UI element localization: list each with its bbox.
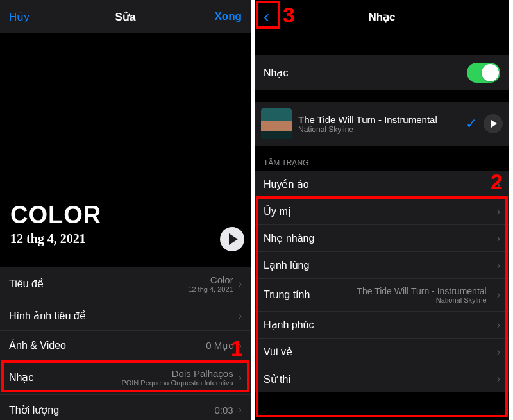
- row-value-sub: 12 thg 4, 2021: [188, 285, 233, 293]
- play-icon: [229, 233, 238, 245]
- mood-label: Hạnh phúc: [264, 319, 314, 331]
- toggle-label: Nhạc: [264, 67, 288, 79]
- chevron-right-icon: ›: [497, 346, 500, 358]
- mood-row[interactable]: Vui vẻ›: [255, 339, 509, 365]
- row-value-sub: POIN Pequena Orquestra Interativa: [121, 379, 233, 387]
- annotation-number-3: 3: [283, 3, 295, 28]
- preview-title: COLOR: [10, 201, 240, 229]
- chevron-right-icon: ›: [497, 233, 500, 244]
- chevron-right-icon: ›: [239, 372, 242, 383]
- chevron-right-icon: ›: [239, 404, 242, 416]
- mood-label: Ủy mị: [264, 205, 290, 217]
- music-toggle-group: Nhạc: [255, 55, 509, 90]
- done-button[interactable]: Xong: [215, 10, 242, 23]
- music-screen: ‹ Nhạc Nhạc The Tide Will Turn - Instrum…: [255, 0, 509, 420]
- row-label: Ảnh & Video: [9, 339, 66, 351]
- memory-preview: COLOR 12 thg 4, 2021: [0, 33, 251, 258]
- mood-row[interactable]: Huyền ảo›: [255, 171, 509, 198]
- cancel-button[interactable]: Hủy: [9, 10, 29, 24]
- mood-label: Vui vẻ: [264, 346, 292, 358]
- music-toggle[interactable]: [467, 63, 500, 83]
- track-artist: National Skyline: [298, 125, 459, 134]
- row-value: Dois Palhaços POIN Pequena Orquestra Int…: [40, 368, 233, 387]
- row-value-text: Color: [210, 274, 233, 285]
- checkmark-icon: ✓: [466, 115, 477, 132]
- mood-list: Huyền ảo›Ủy mị›Nhẹ nhàng›Lạnh lùng›Trung…: [255, 171, 509, 392]
- play-button[interactable]: [220, 227, 244, 251]
- mood-row[interactable]: Nhẹ nhàng›: [255, 225, 509, 252]
- mood-label: Sử thi: [264, 373, 290, 385]
- row-music-toggle[interactable]: Nhạc: [255, 55, 509, 90]
- row-value: 0:03: [65, 405, 233, 416]
- album-art: [261, 108, 292, 139]
- settings-list: Tiêu đề Color 12 thg 4, 2021 › Hình ảnh …: [0, 267, 251, 420]
- mood-row[interactable]: Hạnh phúc›: [255, 312, 509, 339]
- back-button[interactable]: ‹: [264, 8, 269, 26]
- current-track-row[interactable]: The Tide Will Turn - Instrumental Nation…: [255, 102, 509, 146]
- section-header-mood: TÂM TRẠNG: [255, 146, 509, 171]
- mood-label: Lạnh lùng: [264, 259, 309, 271]
- row-value: 0 Mục: [72, 340, 233, 351]
- nav-bar: Hủy Sửa Xong: [0, 0, 251, 33]
- annotation-number-2: 2: [491, 169, 503, 194]
- chevron-right-icon: ›: [497, 373, 500, 385]
- mood-row[interactable]: Lạnh lùng›: [255, 252, 509, 279]
- row-cover-image[interactable]: Hình ảnh tiêu đề ›: [0, 301, 251, 331]
- row-label: Thời lượng: [9, 404, 59, 416]
- row-title[interactable]: Tiêu đề Color 12 thg 4, 2021 ›: [0, 267, 251, 301]
- row-value: Color 12 thg 4, 2021: [50, 274, 233, 293]
- mood-label: Trung tính: [264, 289, 310, 301]
- chevron-right-icon: ›: [497, 260, 500, 271]
- track-title: The Tide Will Turn - Instrumental: [298, 114, 459, 125]
- track-play-button[interactable]: [484, 114, 503, 133]
- row-media[interactable]: Ảnh & Video 0 Mục ›: [0, 331, 251, 360]
- mood-row[interactable]: Sử thi›: [255, 365, 509, 392]
- row-value-text: Dois Palhaços: [172, 368, 233, 379]
- row-duration[interactable]: Thời lượng 0:03 ›: [0, 395, 251, 420]
- chevron-right-icon: ›: [497, 319, 500, 331]
- mood-row[interactable]: Ủy mị›: [255, 198, 509, 225]
- mood-detail: The Tide Will Turn - InstrumentalNationa…: [315, 286, 486, 304]
- mood-label: Nhẹ nhàng: [264, 232, 314, 244]
- track-text: The Tide Will Turn - Instrumental Nation…: [298, 114, 459, 134]
- row-label: Nhạc: [9, 371, 33, 383]
- chevron-right-icon: ›: [239, 310, 242, 322]
- play-icon: [491, 120, 497, 128]
- annotation-number-1: 1: [231, 336, 243, 361]
- chevron-right-icon: ›: [239, 278, 242, 290]
- mood-label: Huyền ảo: [264, 178, 309, 190]
- chevron-right-icon: ›: [497, 206, 500, 217]
- chevron-right-icon: ›: [497, 289, 500, 301]
- row-label: Hình ảnh tiêu đề: [9, 310, 86, 322]
- preview-date: 12 thg 4, 2021: [10, 231, 240, 246]
- mood-row[interactable]: Trung tínhThe Tide Will Turn - Instrumen…: [255, 279, 509, 312]
- nav-title: Sửa: [0, 10, 251, 24]
- toggle-knob: [482, 64, 499, 81]
- current-track-group: The Tide Will Turn - Instrumental Nation…: [255, 102, 509, 146]
- row-music[interactable]: Nhạc Dois Palhaços POIN Pequena Orquestr…: [0, 360, 251, 395]
- edit-screen: Hủy Sửa Xong COLOR 12 thg 4, 2021 Tiêu đ…: [0, 0, 255, 420]
- row-label: Tiêu đề: [9, 278, 44, 290]
